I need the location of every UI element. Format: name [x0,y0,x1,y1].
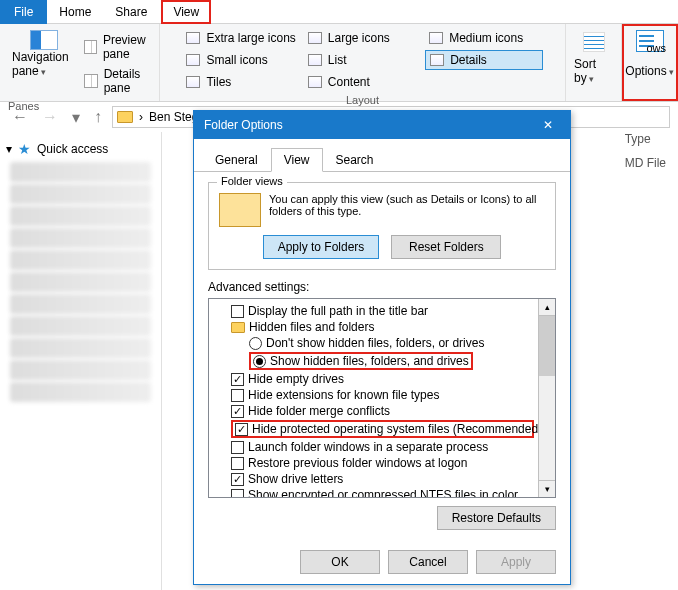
opt-hide-extensions[interactable]: Hide extensions for known file types [213,387,534,403]
advanced-settings-list: Display the full path in the title bar H… [208,298,556,498]
ribbon-group-options[interactable]: Options [622,24,678,101]
opt-hide-merge-conflicts[interactable]: Hide folder merge conflicts [213,403,534,419]
layout-medium-icons[interactable]: Medium icons [425,28,542,48]
folder-options-dialog: Folder Options ✕ General View Search Fol… [193,110,571,585]
opt-hide-protected-os-files[interactable]: Hide protected operating system files (R… [213,419,534,439]
tree-item-blurred[interactable] [10,162,151,182]
column-header-type[interactable]: Type [625,132,666,146]
advanced-settings-label: Advanced settings: [208,280,556,294]
medium-icons-icon [429,32,443,44]
scroll-up-button[interactable]: ▴ [539,299,555,316]
layout-list-label: List [328,53,347,67]
dialog-tab-view[interactable]: View [271,148,323,172]
details-pane-button[interactable]: Details pane [84,67,151,95]
opt-launch-separate-process[interactable]: Launch folder windows in a separate proc… [213,439,534,455]
nav-up-button[interactable]: ↑ [90,108,106,126]
apply-to-folders-button[interactable]: Apply to Folders [263,235,380,259]
layout-details[interactable]: Details [425,50,542,70]
dialog-titlebar[interactable]: Folder Options ✕ [194,111,570,139]
checkbox-checked-icon [231,473,244,486]
scroll-thumb[interactable] [539,316,555,376]
opt-dont-show-hidden[interactable]: Don't show hidden files, folders, or dri… [213,335,534,351]
tab-home[interactable]: Home [47,0,103,24]
layout-small-label: Small icons [206,53,267,67]
opt-hide-empty-drives[interactable]: Hide empty drives [213,371,534,387]
layout-small-icons[interactable]: Small icons [182,50,299,70]
dialog-close-button[interactable]: ✕ [528,111,568,139]
opt-hidden-files-folder[interactable]: Hidden files and folders [213,319,534,335]
tree-item-blurred[interactable] [10,184,151,204]
navigation-pane-button[interactable]: Navigation pane [12,30,76,98]
folder-views-group: Folder views You can apply this view (su… [208,182,556,270]
layout-extra-large-label: Extra large icons [206,31,295,45]
checkbox-icon [231,305,244,318]
details-pane-label: Details pane [104,67,151,95]
preview-pane-button[interactable]: Preview pane [84,33,151,61]
dialog-tab-general[interactable]: General [202,148,271,172]
tab-share[interactable]: Share [103,0,159,24]
small-icons-icon [186,54,200,66]
reset-folders-button[interactable]: Reset Folders [391,235,501,259]
apply-button[interactable]: Apply [476,550,556,574]
nav-forward-button[interactable]: → [38,108,62,126]
layout-large-icons[interactable]: Large icons [304,28,421,48]
tree-quick-access-label: Quick access [37,142,108,156]
ribbon-group-sort: Sort by [566,24,622,101]
details-icon [430,54,444,66]
nav-back-button[interactable]: ← [8,108,32,126]
address-segment[interactable]: Ben Steg [149,110,198,124]
folder-views-group-title: Folder views [217,175,287,187]
opt-show-encrypted-color[interactable]: Show encrypted or compressed NTFS files … [213,487,534,497]
opt-hide-merge-conflicts-label: Hide folder merge conflicts [248,404,390,418]
tree-item-blurred[interactable] [10,228,151,248]
ribbon-group-layout: Extra large icons Large icons Medium ico… [160,24,566,101]
dialog-tab-search[interactable]: Search [323,148,387,172]
preview-pane-label: Preview pane [103,33,151,61]
checkbox-icon [231,389,244,402]
sort-by-button[interactable]: Sort by [574,57,613,85]
advanced-settings-scrollbar[interactable]: ▴ ▾ [538,299,555,497]
checkbox-icon [231,489,244,498]
scroll-down-button[interactable]: ▾ [539,480,555,497]
ribbon-group-layout-label: Layout [346,94,379,106]
tree-item-blurred[interactable] [10,338,151,358]
tree-item-blurred[interactable] [10,360,151,380]
opt-show-hidden-label: Show hidden files, folders, and drives [270,354,469,368]
layout-extra-large-icons[interactable]: Extra large icons [182,28,299,48]
tree-item-blurred[interactable] [10,206,151,226]
ok-button[interactable]: OK [300,550,380,574]
options-button-label: Options [625,64,673,78]
tree-item-blurred[interactable] [10,250,151,270]
layout-content[interactable]: Content [304,72,421,92]
opt-show-hidden[interactable]: Show hidden files, folders, and drives [213,351,534,371]
ribbon-group-panes: Navigation pane Preview pane Details pan… [0,24,160,101]
nav-recent-dropdown[interactable]: ▾ [68,108,84,127]
dialog-footer: OK Cancel Apply [194,540,570,584]
checkbox-checked-icon [235,423,248,436]
folder-large-icon [219,193,261,227]
layout-tiles-label: Tiles [206,75,231,89]
details-pane-icon [84,74,97,88]
opt-restore-previous-windows[interactable]: Restore previous folder windows at logon [213,455,534,471]
file-type-value: MD File [625,156,666,170]
restore-defaults-button[interactable]: Restore Defaults [437,506,556,530]
tree-item-blurred[interactable] [10,272,151,292]
opt-show-drive-letters[interactable]: Show drive letters [213,471,534,487]
opt-restore-previous-windows-label: Restore previous folder windows at logon [248,456,467,470]
layout-tiles[interactable]: Tiles [182,72,299,92]
opt-display-full-path[interactable]: Display the full path in the title bar [213,303,534,319]
cancel-button[interactable]: Cancel [388,550,468,574]
folder-small-icon [231,322,245,333]
tree-item-blurred[interactable] [10,294,151,314]
tab-view[interactable]: View [161,0,211,24]
tree-item-blurred[interactable] [10,316,151,336]
tree-item-blurred[interactable] [10,382,151,402]
layout-list[interactable]: List [304,50,421,70]
tree-quick-access[interactable]: ▾ ★ Quick access [4,138,157,160]
tab-file[interactable]: File [0,0,47,24]
layout-medium-label: Medium icons [449,31,523,45]
navigation-pane-icon [30,30,58,50]
preview-pane-icon [84,40,97,54]
opt-hide-empty-drives-label: Hide empty drives [248,372,344,386]
ribbon-tab-strip: File Home Share View [0,0,678,24]
